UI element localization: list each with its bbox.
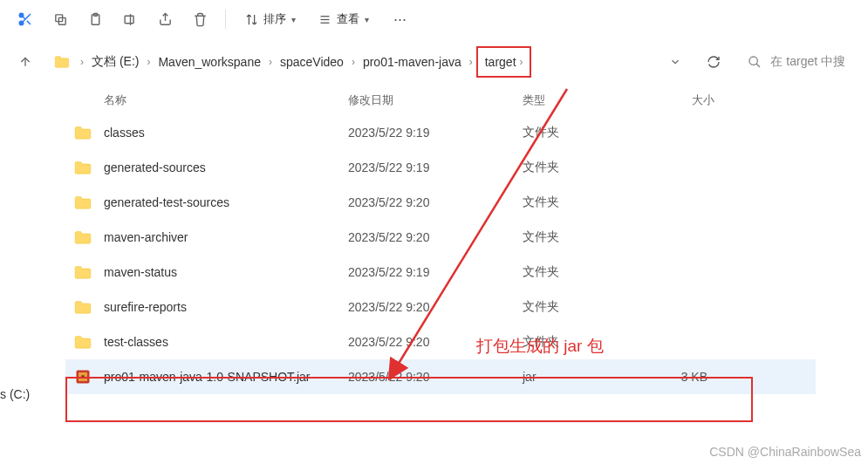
chevron-right-icon: › (350, 56, 357, 68)
jar-icon (74, 368, 104, 386)
address-row: › 文档 (E:) › Maven_workspane › spaceVideo… (0, 38, 868, 85)
chevron-right-icon: › (79, 56, 85, 68)
col-name[interactable]: 名称 (104, 92, 348, 108)
crumb-root[interactable]: 文档 (E:) (85, 46, 145, 78)
delete-button[interactable] (183, 3, 216, 35)
file-date: 2023/5/22 9:19 (348, 126, 523, 140)
column-headers: 名称 修改日期 类型 大小 (65, 85, 816, 115)
file-name: classes (104, 126, 348, 140)
folder-icon (54, 56, 70, 68)
col-date[interactable]: 修改日期 (348, 92, 523, 108)
folder-row[interactable]: classes2023/5/22 9:19文件夹 (65, 115, 816, 150)
file-name: generated-sources (104, 160, 348, 174)
history-dropdown[interactable] (662, 49, 688, 75)
cut-button[interactable] (9, 3, 42, 35)
file-type: 文件夹 (523, 299, 636, 315)
folder-row[interactable]: surefire-reports2023/5/22 9:20文件夹 (65, 290, 816, 324)
folder-row[interactable]: maven-archiver2023/5/22 9:20文件夹 (65, 220, 816, 255)
toolbar: 排序 ▾ 查看 ▾ ··· (0, 0, 868, 38)
svg-line-4 (23, 17, 25, 19)
folder-row[interactable]: generated-test-sources2023/5/22 9:20文件夹 (65, 185, 816, 220)
crumb-target[interactable]: target › (476, 46, 532, 78)
copy-button[interactable] (44, 3, 77, 35)
search-box[interactable]: 在 target 中搜 (739, 54, 854, 70)
file-date: 2023/5/22 9:20 (348, 300, 523, 314)
file-name: pro01-maven-java-1.0-SNAPSHOT.jar (104, 370, 348, 384)
svg-point-16 (749, 57, 757, 65)
view-label: 查看 (337, 11, 359, 27)
file-list-area: 名称 修改日期 类型 大小 classes2023/5/22 9:19文件夹ge… (0, 85, 868, 394)
file-type: 文件夹 (523, 334, 636, 350)
paste-button[interactable] (79, 3, 112, 35)
col-size[interactable]: 大小 (636, 92, 714, 108)
file-type: 文件夹 (523, 125, 636, 140)
svg-point-1 (19, 21, 24, 25)
file-date: 2023/5/22 9:20 (348, 230, 523, 244)
search-placeholder: 在 target 中搜 (770, 54, 845, 70)
file-row[interactable]: pro01-maven-java-1.0-SNAPSHOT.jar2023/5/… (65, 359, 816, 394)
file-size: 3 KB (636, 370, 714, 384)
chevron-right-icon: › (519, 56, 523, 68)
crumb-1[interactable]: Maven_workspane (152, 46, 267, 78)
svg-rect-9 (125, 16, 133, 24)
toolbar-separator (225, 10, 226, 29)
file-type: 文件夹 (523, 264, 636, 280)
file-name: maven-status (104, 265, 348, 279)
file-name: surefire-reports (104, 300, 348, 314)
folder-icon (74, 160, 104, 174)
file-date: 2023/5/22 9:20 (348, 335, 523, 349)
more-button[interactable]: ··· (381, 10, 419, 29)
svg-line-17 (756, 64, 760, 67)
chevron-right-icon: › (267, 56, 274, 68)
breadcrumb[interactable]: › 文档 (E:) › Maven_workspane › spaceVideo… (49, 46, 538, 78)
folder-icon (74, 230, 104, 244)
chevron-down-icon: ▾ (365, 15, 369, 24)
svg-line-3 (27, 21, 31, 24)
view-button[interactable]: 查看 ▾ (308, 3, 379, 35)
folder-icon (74, 195, 104, 209)
folder-icon (74, 335, 104, 349)
chevron-right-icon: › (468, 56, 475, 68)
folder-row[interactable]: generated-sources2023/5/22 9:19文件夹 (65, 150, 816, 185)
up-button[interactable] (14, 51, 37, 73)
share-button[interactable] (148, 3, 181, 35)
chevron-right-icon: › (145, 56, 152, 68)
col-type[interactable]: 类型 (523, 92, 636, 108)
file-type: 文件夹 (523, 194, 636, 210)
svg-point-0 (19, 13, 24, 17)
file-name: maven-archiver (104, 230, 348, 244)
search-icon (748, 55, 762, 69)
crumb-3[interactable]: pro01-maven-java (357, 46, 468, 78)
file-date: 2023/5/22 9:19 (348, 160, 523, 174)
chevron-down-icon: ▾ (291, 15, 296, 24)
folder-row[interactable]: maven-status2023/5/22 9:19文件夹 (65, 255, 816, 290)
drive-label[interactable]: s (C:) (0, 387, 30, 401)
file-date: 2023/5/22 9:19 (348, 265, 523, 279)
sort-button[interactable]: 排序 ▾ (235, 3, 306, 35)
file-date: 2023/5/22 9:20 (348, 195, 523, 209)
rename-button[interactable] (113, 3, 147, 35)
watermark: CSDN @ChinaRainbowSea (709, 445, 861, 459)
file-type: 文件夹 (523, 160, 636, 175)
folder-icon (74, 300, 104, 314)
folder-icon (74, 265, 104, 279)
file-type: 文件夹 (523, 229, 636, 245)
folder-icon (74, 126, 104, 140)
crumb-2[interactable]: spaceVideo (274, 46, 350, 78)
file-date: 2023/5/22 9:20 (348, 370, 523, 384)
refresh-button[interactable] (701, 49, 727, 75)
file-name: test-classes (104, 335, 348, 349)
sort-label: 排序 (263, 11, 286, 27)
file-type: jar (523, 370, 636, 384)
file-name: generated-test-sources (104, 195, 348, 209)
folder-row[interactable]: test-classes2023/5/22 9:20文件夹 (65, 324, 816, 359)
